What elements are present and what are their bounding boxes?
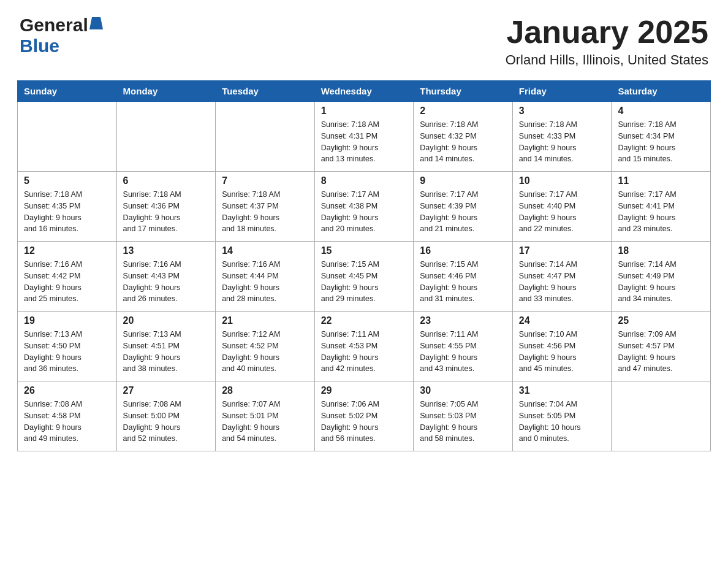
calendar-cell: [612, 381, 711, 451]
calendar-header-monday: Monday: [116, 81, 216, 102]
day-number: 10: [519, 175, 605, 186]
day-info: Sunrise: 7:14 AMSunset: 4:47 PMDaylight:…: [519, 259, 605, 305]
calendar-week-3: 12Sunrise: 7:16 AMSunset: 4:42 PMDayligh…: [18, 242, 711, 312]
logo: General Blue: [20, 15, 103, 56]
calendar-cell: 26Sunrise: 7:08 AMSunset: 4:58 PMDayligh…: [18, 381, 117, 451]
day-info: Sunrise: 7:04 AMSunset: 5:05 PMDaylight:…: [519, 399, 605, 445]
day-info: Sunrise: 7:18 AMSunset: 4:37 PMDaylight:…: [222, 189, 308, 235]
day-info: Sunrise: 7:08 AMSunset: 5:00 PMDaylight:…: [123, 399, 210, 445]
calendar-cell: 4Sunrise: 7:18 AMSunset: 4:34 PMDaylight…: [612, 102, 711, 172]
day-info: Sunrise: 7:14 AMSunset: 4:49 PMDaylight:…: [618, 259, 704, 305]
day-info: Sunrise: 7:15 AMSunset: 4:46 PMDaylight:…: [420, 259, 506, 305]
day-info: Sunrise: 7:16 AMSunset: 4:43 PMDaylight:…: [123, 259, 210, 305]
day-info: Sunrise: 7:17 AMSunset: 4:40 PMDaylight:…: [519, 189, 605, 235]
day-number: 22: [321, 315, 408, 326]
calendar-cell: [216, 102, 315, 172]
calendar-header-saturday: Saturday: [612, 81, 711, 102]
day-info: Sunrise: 7:10 AMSunset: 4:56 PMDaylight:…: [519, 329, 605, 375]
calendar-cell: 27Sunrise: 7:08 AMSunset: 5:00 PMDayligh…: [116, 381, 216, 451]
day-number: 25: [618, 315, 704, 326]
calendar-cell: 19Sunrise: 7:13 AMSunset: 4:50 PMDayligh…: [18, 312, 117, 381]
calendar-cell: 2Sunrise: 7:18 AMSunset: 4:32 PMDaylight…: [414, 102, 513, 172]
day-number: 3: [519, 105, 605, 117]
day-info: Sunrise: 7:13 AMSunset: 4:51 PMDaylight:…: [123, 329, 210, 375]
calendar-header-tuesday: Tuesday: [216, 81, 315, 102]
day-info: Sunrise: 7:05 AMSunset: 5:03 PMDaylight:…: [420, 399, 506, 445]
calendar-cell: 18Sunrise: 7:14 AMSunset: 4:49 PMDayligh…: [612, 242, 711, 312]
day-info: Sunrise: 7:18 AMSunset: 4:36 PMDaylight:…: [123, 189, 210, 235]
calendar-cell: 6Sunrise: 7:18 AMSunset: 4:36 PMDaylight…: [116, 172, 216, 242]
page-subtitle: Orland Hills, Illinois, United States: [506, 52, 708, 68]
calendar-header-sunday: Sunday: [18, 81, 117, 102]
calendar-cell: 22Sunrise: 7:11 AMSunset: 4:53 PMDayligh…: [314, 312, 414, 381]
title-block: January 2025 Orland Hills, Illinois, Uni…: [506, 15, 708, 68]
day-number: 30: [420, 385, 506, 396]
day-number: 27: [123, 385, 210, 396]
day-number: 28: [222, 385, 308, 396]
day-number: 4: [618, 105, 704, 117]
calendar-cell: 14Sunrise: 7:16 AMSunset: 4:44 PMDayligh…: [216, 242, 315, 312]
calendar-cell: 23Sunrise: 7:11 AMSunset: 4:55 PMDayligh…: [414, 312, 513, 381]
day-number: 12: [24, 245, 110, 256]
page-title: January 2025: [506, 15, 708, 50]
calendar-cell: 10Sunrise: 7:17 AMSunset: 4:40 PMDayligh…: [512, 172, 612, 242]
day-number: 19: [24, 315, 110, 326]
calendar-week-1: 1Sunrise: 7:18 AMSunset: 4:31 PMDaylight…: [18, 102, 711, 172]
day-info: Sunrise: 7:17 AMSunset: 4:41 PMDaylight:…: [618, 189, 704, 235]
calendar-cell: 9Sunrise: 7:17 AMSunset: 4:39 PMDaylight…: [414, 172, 513, 242]
calendar-header-wednesday: Wednesday: [314, 81, 414, 102]
day-info: Sunrise: 7:18 AMSunset: 4:33 PMDaylight:…: [519, 119, 605, 165]
calendar-cell: 15Sunrise: 7:15 AMSunset: 4:45 PMDayligh…: [314, 242, 414, 312]
day-number: 8: [321, 175, 408, 186]
day-info: Sunrise: 7:11 AMSunset: 4:55 PMDaylight:…: [420, 329, 506, 375]
calendar-week-2: 5Sunrise: 7:18 AMSunset: 4:35 PMDaylight…: [18, 172, 711, 242]
calendar-header-friday: Friday: [512, 81, 612, 102]
day-number: 29: [321, 385, 408, 396]
day-number: 11: [618, 175, 704, 186]
day-number: 7: [222, 175, 308, 186]
day-info: Sunrise: 7:17 AMSunset: 4:39 PMDaylight:…: [420, 189, 506, 235]
day-info: Sunrise: 7:18 AMSunset: 4:34 PMDaylight:…: [618, 119, 704, 165]
calendar-cell: 16Sunrise: 7:15 AMSunset: 4:46 PMDayligh…: [414, 242, 513, 312]
day-number: 14: [222, 245, 308, 256]
day-info: Sunrise: 7:16 AMSunset: 4:42 PMDaylight:…: [24, 259, 110, 305]
calendar-cell: 11Sunrise: 7:17 AMSunset: 4:41 PMDayligh…: [612, 172, 711, 242]
calendar-header-thursday: Thursday: [414, 81, 513, 102]
day-info: Sunrise: 7:16 AMSunset: 4:44 PMDaylight:…: [222, 259, 308, 305]
calendar-cell: 13Sunrise: 7:16 AMSunset: 4:43 PMDayligh…: [116, 242, 216, 312]
calendar-cell: 3Sunrise: 7:18 AMSunset: 4:33 PMDaylight…: [512, 102, 612, 172]
day-info: Sunrise: 7:12 AMSunset: 4:52 PMDaylight:…: [222, 329, 308, 375]
calendar-cell: 31Sunrise: 7:04 AMSunset: 5:05 PMDayligh…: [512, 381, 612, 451]
calendar-cell: 25Sunrise: 7:09 AMSunset: 4:57 PMDayligh…: [612, 312, 711, 381]
calendar-cell: 8Sunrise: 7:17 AMSunset: 4:38 PMDaylight…: [314, 172, 414, 242]
calendar-week-4: 19Sunrise: 7:13 AMSunset: 4:50 PMDayligh…: [18, 312, 711, 381]
calendar-cell: 28Sunrise: 7:07 AMSunset: 5:01 PMDayligh…: [216, 381, 315, 451]
day-number: 26: [24, 385, 110, 396]
day-info: Sunrise: 7:18 AMSunset: 4:35 PMDaylight:…: [24, 189, 110, 235]
calendar-cell: 7Sunrise: 7:18 AMSunset: 4:37 PMDaylight…: [216, 172, 315, 242]
day-number: 23: [420, 315, 506, 326]
day-info: Sunrise: 7:17 AMSunset: 4:38 PMDaylight:…: [321, 189, 408, 235]
day-number: 17: [519, 245, 605, 256]
logo-blue-text: Blue: [20, 36, 59, 56]
day-info: Sunrise: 7:11 AMSunset: 4:53 PMDaylight:…: [321, 329, 408, 375]
calendar-cell: 30Sunrise: 7:05 AMSunset: 5:03 PMDayligh…: [414, 381, 513, 451]
day-number: 5: [24, 175, 110, 186]
calendar-header-row: SundayMondayTuesdayWednesdayThursdayFrid…: [18, 81, 711, 102]
day-number: 6: [123, 175, 210, 186]
day-info: Sunrise: 7:06 AMSunset: 5:02 PMDaylight:…: [321, 399, 408, 445]
day-number: 31: [519, 385, 605, 396]
day-number: 9: [420, 175, 506, 186]
day-info: Sunrise: 7:09 AMSunset: 4:57 PMDaylight:…: [618, 329, 704, 375]
day-info: Sunrise: 7:08 AMSunset: 4:58 PMDaylight:…: [24, 399, 110, 445]
day-info: Sunrise: 7:13 AMSunset: 4:50 PMDaylight:…: [24, 329, 110, 375]
logo-triangle-icon: [89, 17, 103, 29]
day-info: Sunrise: 7:18 AMSunset: 4:31 PMDaylight:…: [321, 119, 408, 165]
calendar-cell: 5Sunrise: 7:18 AMSunset: 4:35 PMDaylight…: [18, 172, 117, 242]
day-info: Sunrise: 7:18 AMSunset: 4:32 PMDaylight:…: [420, 119, 506, 165]
calendar-cell: 21Sunrise: 7:12 AMSunset: 4:52 PMDayligh…: [216, 312, 315, 381]
day-number: 2: [420, 105, 506, 117]
calendar-cell: 24Sunrise: 7:10 AMSunset: 4:56 PMDayligh…: [512, 312, 612, 381]
calendar-cell: [18, 102, 117, 172]
day-number: 21: [222, 315, 308, 326]
